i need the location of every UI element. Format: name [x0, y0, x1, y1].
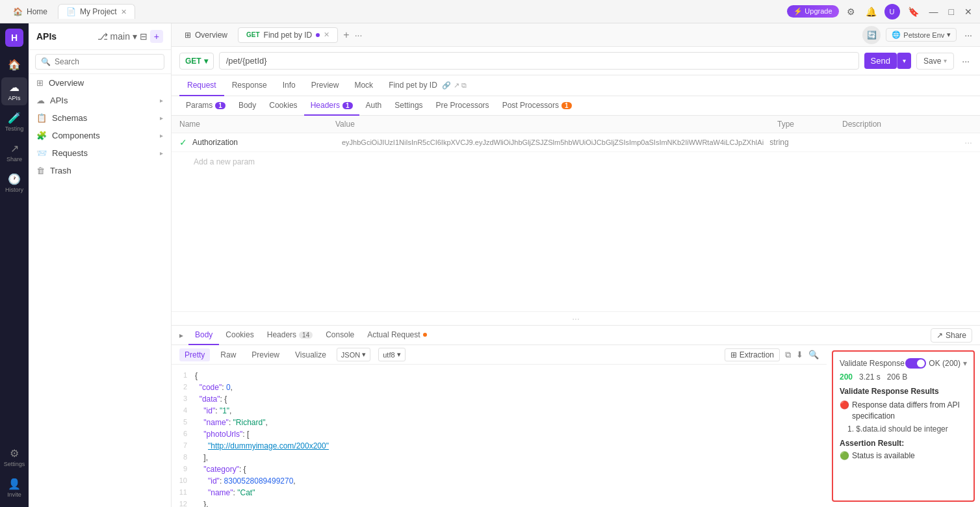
bft-preview[interactable]: Preview [246, 348, 285, 361]
sidebar-item-testing[interactable]: 🧪 Testing [1, 108, 27, 136]
header-value[interactable]: eyJhbGciOiJIUzI1NiIsInR5cCI6IkpXVCJ9.eyJ… [342, 138, 769, 146]
validate-chevron-icon[interactable]: ▾ [963, 359, 967, 368]
detail-tab-headers[interactable]: Headers 1 [304, 96, 359, 116]
main-layout: H 🏠 ☁ APIs 🧪 Testing ↗ Share 🕐 History ⚙… [0, 23, 980, 507]
browser-tab-home[interactable]: 🏠 Home [5, 5, 55, 19]
browser-tab-close[interactable]: ✕ [121, 8, 127, 16]
settings-icon-btn[interactable]: ⚙ [844, 5, 858, 18]
detail-tab-auth[interactable]: Auth [359, 96, 389, 116]
resp-tab-headers[interactable]: Headers 14 [261, 326, 319, 345]
headers-table-header: Name Value Type Description [172, 116, 980, 133]
sub-tab-info[interactable]: Info [275, 75, 303, 96]
detail-tab-body[interactable]: Body [232, 96, 263, 116]
save-button[interactable]: Save [923, 57, 941, 66]
sync-icon-btn[interactable]: 🔄 [862, 26, 881, 44]
minimize-btn[interactable]: — [927, 5, 941, 18]
sidebar-item-apis[interactable]: ☁ APIs [1, 77, 27, 105]
upgrade-button[interactable]: ⚡ Upgrade [787, 5, 838, 18]
divider-handle[interactable]: ··· [172, 311, 980, 325]
req-tab-findpet[interactable]: GET Find pet by ID ✕ [238, 27, 338, 43]
nav-item-schemas[interactable]: 📋 Schemas ▸ [29, 109, 171, 127]
doc-icon: 📄 [66, 7, 76, 16]
close-window-btn[interactable]: ✕ [962, 5, 975, 18]
nav-schemas-arrow: ▸ [160, 114, 163, 122]
header-check-icon: ✓ [179, 137, 187, 148]
header-col-name: Name [179, 120, 335, 129]
sidebar-item-home[interactable]: 🏠 [1, 55, 27, 75]
nav-item-apis[interactable]: ☁ APIs ▸ [29, 92, 171, 109]
url-input[interactable] [219, 52, 859, 70]
code-line-2: 2 "code": 0, [172, 382, 827, 393]
bft-pretty[interactable]: Pretty [179, 348, 210, 361]
collapse-btn[interactable]: ▸ [179, 331, 183, 340]
detail-tab-post-processors[interactable]: Post Processors 1 [496, 96, 578, 116]
send-button[interactable]: Send [864, 53, 897, 69]
copy-response-btn[interactable]: ⧉ [785, 350, 791, 360]
search-response-btn[interactable]: 🔍 [808, 350, 819, 359]
nav-item-requests[interactable]: 📨 Requests ▸ [29, 144, 171, 162]
sidebar-item-share-label: Share [6, 156, 22, 162]
maximize-btn[interactable]: □ [946, 5, 957, 18]
add-param-btn[interactable]: Add a new param [172, 152, 980, 172]
download-response-btn[interactable]: ⬇ [796, 350, 803, 359]
sub-tab-preview[interactable]: Preview [303, 75, 347, 96]
sidebar-item-apis-label: APIs [8, 95, 20, 101]
header-name[interactable]: Authorization [192, 138, 342, 147]
response-time: 3.21 s [859, 372, 881, 382]
resp-tab-cookies[interactable]: Cookies [219, 326, 260, 345]
nav-branch-btn[interactable]: ⎇ main ▾ [97, 31, 137, 42]
env-more-btn[interactable]: ··· [962, 29, 975, 42]
nav-add-btn[interactable]: + [150, 30, 163, 43]
nav-item-components[interactable]: 🧩 Components ▸ [29, 127, 171, 144]
sub-tab-findpet[interactable]: Find pet by ID 🔗 ↗ ⧉ [381, 75, 474, 96]
sidebar-item-settings[interactable]: ⚙ Settings [1, 443, 27, 471]
env-selector[interactable]: 🌐 Petstore Env ▾ [886, 28, 957, 42]
header-row-more-btn[interactable]: ··· [964, 137, 972, 148]
sidebar-item-history[interactable]: 🕐 History [1, 169, 27, 197]
req-tab-close[interactable]: ✕ [324, 31, 329, 39]
req-tab-more-btn[interactable]: ··· [355, 30, 363, 40]
validate-panel: Validate Response OK (200) ▾ 200 3.21 s … [832, 350, 975, 502]
detail-tab-pre-processors[interactable]: Pre Processors [430, 96, 496, 116]
resp-tab-body[interactable]: Body [188, 326, 219, 345]
search-input[interactable] [55, 57, 159, 66]
search-input-wrapper[interactable]: 🔍 [35, 54, 164, 70]
sub-tab-request[interactable]: Request [179, 75, 224, 96]
home-icon: 🏠 [13, 7, 23, 16]
detail-tab-cookies[interactable]: Cookies [263, 96, 303, 116]
validate-toggle[interactable] [905, 358, 926, 369]
sidebar-item-invite[interactable]: 👤 Invite [1, 474, 27, 502]
detail-tab-settings[interactable]: Settings [388, 96, 429, 116]
nav-item-trash-label: Trash [50, 166, 163, 176]
extraction-btn[interactable]: ⊞ Extraction [725, 348, 780, 361]
detail-tab-params[interactable]: Params 1 [179, 96, 232, 116]
code-line-4: 4 "id": "1", [172, 405, 827, 417]
share-btn[interactable]: ↗ Share [931, 328, 972, 343]
sub-tab-response[interactable]: Response [224, 75, 275, 96]
bell-icon-btn[interactable]: 🔔 [863, 5, 879, 18]
method-selector[interactable]: GET ▾ [179, 53, 214, 70]
encoding-select[interactable]: utf8 ▾ [378, 348, 405, 361]
findpet-copy-icon: ⧉ [461, 81, 467, 89]
req-tab-overview[interactable]: ⊞ Overview [177, 28, 235, 42]
nav-apis-icon: ☁ [36, 96, 45, 105]
left-nav-header: APIs ⎇ main ▾ ⊟ + [29, 23, 171, 50]
bookmark-icon-btn[interactable]: 🔖 [905, 5, 922, 18]
sidebar-item-history-label: History [5, 187, 23, 193]
format-select[interactable]: JSON ▾ [337, 348, 370, 361]
resp-tab-actual[interactable]: Actual Request [361, 326, 433, 345]
bft-raw[interactable]: Raw [215, 348, 241, 361]
sub-tab-mock[interactable]: Mock [346, 75, 381, 96]
header-type: string [769, 138, 834, 147]
resp-tab-console[interactable]: Console [319, 326, 361, 345]
send-dropdown-btn[interactable]: ▾ [897, 53, 911, 69]
nav-filter-btn[interactable]: ⊟ [140, 31, 148, 42]
browser-tab-project[interactable]: 📄 My Project ✕ [58, 4, 135, 19]
request-more-btn[interactable]: ··· [959, 55, 972, 68]
header-col-type: Type [777, 120, 842, 129]
sidebar-item-share[interactable]: ↗ Share [1, 138, 27, 166]
bft-visualize[interactable]: Visualize [290, 348, 331, 361]
nav-item-trash[interactable]: 🗑 Trash [29, 162, 171, 179]
req-tab-add-btn[interactable]: + [341, 29, 352, 41]
nav-item-overview[interactable]: ⊞ Overview [29, 74, 171, 92]
